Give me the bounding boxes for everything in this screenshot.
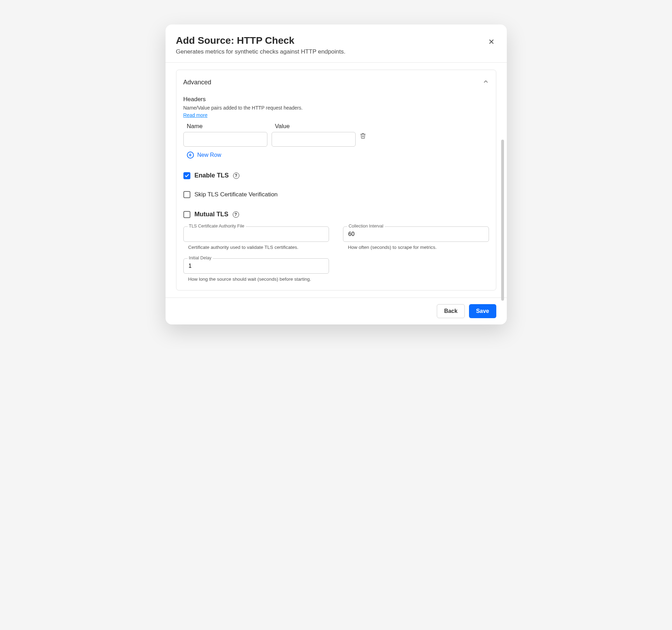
skip-verify-row: Skip TLS Certificate Verification (183, 191, 489, 198)
scrollbar[interactable] (501, 140, 504, 301)
modal-footer: Back Save (166, 298, 507, 324)
help-icon[interactable]: ? (233, 211, 239, 218)
skip-verify-label: Skip TLS Certificate Verification (195, 191, 278, 198)
new-row-label: New Row (197, 152, 221, 158)
close-icon (488, 38, 495, 45)
skip-verify-checkbox[interactable] (183, 191, 190, 198)
read-more-link[interactable]: Read more (183, 112, 208, 118)
chevron-up-icon (483, 78, 489, 86)
close-button[interactable] (486, 37, 496, 48)
modal-header: Add Source: HTTP Check Generates metrics… (166, 24, 507, 63)
interval-help: How often (seconds) to scrape for metric… (343, 245, 489, 250)
ca-file-label: TLS Certificate Authority File (188, 224, 246, 229)
ca-file-field-wrapper: TLS Certificate Authority File Certifica… (183, 226, 329, 250)
header-name-input[interactable] (183, 132, 267, 147)
enable-tls-label: Enable TLS (195, 172, 229, 179)
interval-field: Collection Interval (343, 226, 489, 242)
section-header[interactable]: Advanced (183, 78, 489, 86)
interval-label: Collection Interval (347, 224, 385, 229)
ca-file-input[interactable] (183, 226, 329, 242)
add-source-modal: Add Source: HTTP Check Generates metrics… (166, 24, 507, 324)
modal-title: Add Source: HTTP Check (176, 35, 496, 46)
value-column-label: Value (272, 123, 356, 130)
interval-field-wrapper: Collection Interval How often (seconds) … (343, 226, 489, 250)
mutual-tls-label: Mutual TLS (195, 211, 229, 218)
header-name-column: Name (183, 123, 267, 147)
modal-body: Advanced Headers Name/Value pairs added … (166, 63, 507, 298)
check-icon (184, 173, 189, 178)
help-icon[interactable]: ? (233, 173, 239, 179)
headers-table: Name Value (183, 123, 489, 147)
back-button[interactable]: Back (437, 304, 465, 318)
mutual-tls-row: Mutual TLS ? (183, 211, 489, 218)
header-value-column: Value (272, 123, 356, 147)
name-column-label: Name (183, 123, 267, 130)
new-row-button[interactable]: + New Row (183, 147, 225, 160)
delay-label: Initial Delay (188, 255, 213, 260)
delay-help: How long the source should wait (seconds… (183, 276, 329, 282)
delay-input[interactable] (183, 258, 329, 274)
advanced-section: Advanced Headers Name/Value pairs added … (176, 70, 496, 290)
form-grid: TLS Certificate Authority File Certifica… (183, 226, 489, 282)
save-button[interactable]: Save (469, 304, 496, 318)
section-title: Advanced (183, 79, 211, 86)
trash-icon (360, 133, 366, 139)
headers-subsection: Headers Name/Value pairs added to the HT… (183, 96, 489, 160)
header-value-input[interactable] (272, 132, 356, 147)
modal-subtitle: Generates metrics for synthetic checks a… (176, 48, 496, 55)
ca-file-help: Certificate authority used to validate T… (183, 245, 329, 250)
headers-title: Headers (183, 96, 489, 103)
delay-field: Initial Delay (183, 258, 329, 274)
plus-circle-icon: + (187, 152, 194, 159)
delete-row-button[interactable] (360, 123, 366, 139)
enable-tls-checkbox[interactable] (183, 172, 190, 179)
enable-tls-row: Enable TLS ? (183, 172, 489, 179)
headers-desc: Name/Value pairs added to the HTTP reque… (183, 105, 489, 111)
mutual-tls-checkbox[interactable] (183, 211, 190, 218)
ca-file-field: TLS Certificate Authority File (183, 226, 329, 242)
delay-field-wrapper: Initial Delay How long the source should… (183, 258, 329, 282)
interval-input[interactable] (343, 226, 489, 242)
